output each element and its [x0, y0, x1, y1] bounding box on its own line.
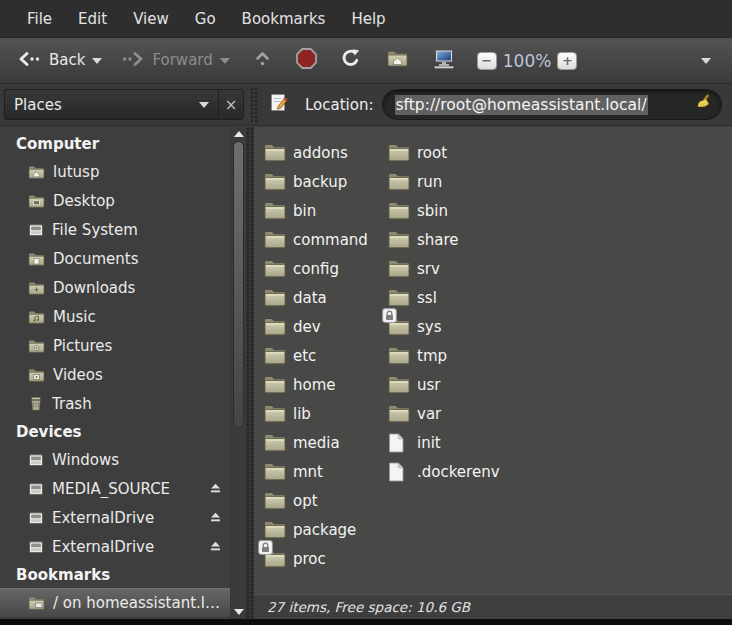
home-button[interactable] — [380, 45, 415, 76]
file-item-proc[interactable]: proc — [264, 544, 388, 573]
sidebar-item-downloads[interactable]: Downloads — [0, 273, 230, 302]
file-item-command[interactable]: command — [264, 225, 388, 254]
places-caret-icon — [199, 102, 209, 108]
file-item-sbin[interactable]: sbin — [388, 196, 732, 225]
status-text: 27 items, Free space: 10.6 GB — [267, 599, 470, 615]
eject-button[interactable] — [209, 480, 222, 498]
scroll-down-button[interactable] — [231, 606, 247, 618]
menu-item-help[interactable]: Help — [338, 1, 398, 37]
file-item-bin[interactable]: bin — [264, 196, 388, 225]
clear-address-icon[interactable] — [695, 94, 712, 115]
close-side-pane-button[interactable]: × — [218, 89, 244, 120]
file-item-media[interactable]: media — [264, 428, 388, 457]
file-item-lib[interactable]: lib — [264, 399, 388, 428]
sidebar-item-label: Trash — [52, 395, 92, 413]
sidebar-item-windows[interactable]: Windows — [0, 445, 230, 474]
home-folder-icon — [28, 165, 45, 179]
file-item-addons[interactable]: addons — [264, 138, 388, 167]
file-name: config — [293, 260, 339, 278]
file-name: sys — [417, 318, 442, 336]
folder-icon — [388, 317, 410, 336]
menu-item-view[interactable]: View — [120, 1, 182, 37]
sidebar-item-trash[interactable]: Trash — [0, 389, 230, 418]
file-item-var[interactable]: var — [388, 399, 732, 428]
sidebar-item-media-source[interactable]: MEDIA_SOURCE — [0, 474, 230, 503]
sidebar-item-videos[interactable]: Videos — [0, 360, 230, 389]
sidebar-item-externaldrive[interactable]: ExternalDrive — [0, 503, 230, 532]
computer-button[interactable] — [425, 44, 463, 78]
back-button[interactable]: Back — [10, 46, 109, 76]
file-item-run[interactable]: run — [388, 167, 732, 196]
file-item-usr[interactable]: usr — [388, 370, 732, 399]
sidebar-scrollbar-thumb[interactable] — [233, 141, 244, 429]
sidebar-item-label: ExternalDrive — [52, 538, 154, 556]
sidebar-item-externaldrive[interactable]: ExternalDrive — [0, 532, 230, 561]
pane-resize-handle[interactable] — [246, 127, 254, 619]
toolbar-overflow-button[interactable] — [694, 53, 718, 69]
folder-icon — [388, 230, 410, 249]
downloads-folder-icon — [28, 281, 45, 295]
pictures-folder-icon — [28, 339, 45, 353]
toolbar-drag-handle[interactable] — [250, 87, 259, 123]
file-item-tmp[interactable]: tmp — [388, 341, 732, 370]
file-item-share[interactable]: share — [388, 225, 732, 254]
file-name: ssl — [417, 289, 437, 307]
sidebar-item-music[interactable]: Music — [0, 302, 230, 331]
menu-item-bookmarks[interactable]: Bookmarks — [229, 1, 339, 37]
folder-icon — [264, 317, 286, 336]
up-button[interactable] — [247, 44, 278, 77]
lock-emblem-icon — [258, 540, 273, 555]
file-item-root[interactable]: root — [388, 138, 732, 167]
file-item--dockerenv[interactable]: .dockerenv — [388, 457, 732, 486]
zoom-in-button[interactable]: + — [557, 52, 577, 70]
eject-button[interactable] — [209, 538, 222, 556]
side-pane-mode-dropdown[interactable]: Places — [4, 89, 218, 120]
location-bar: Places × Location: sftp://root@homeassis… — [0, 84, 732, 126]
zoom-out-button[interactable]: − — [477, 52, 497, 70]
file-item-etc[interactable]: etc — [264, 341, 388, 370]
file-item-backup[interactable]: backup — [264, 167, 388, 196]
forward-button[interactable]: Forward — [113, 46, 236, 76]
file-item-data[interactable]: data — [264, 283, 388, 312]
file-item-config[interactable]: config — [264, 254, 388, 283]
places-sidebar: ComputerlutuspDesktopFile SystemDocument… — [0, 127, 230, 619]
menu-item-go[interactable]: Go — [182, 1, 229, 37]
file-item-srv[interactable]: srv — [388, 254, 732, 283]
scroll-up-button[interactable] — [231, 128, 247, 140]
file-item-home[interactable]: home — [264, 370, 388, 399]
file-item-mnt[interactable]: mnt — [264, 457, 388, 486]
file-item-sys[interactable]: sys — [388, 312, 732, 341]
sidebar-item-label: Windows — [52, 451, 119, 469]
menu-item-edit[interactable]: Edit — [65, 1, 120, 37]
reload-button[interactable] — [333, 43, 368, 78]
file-item-init[interactable]: init — [388, 428, 732, 457]
menu-item-file[interactable]: File — [14, 1, 65, 37]
address-input[interactable]: sftp://root@homeassistant.local/ — [382, 89, 723, 120]
sidebar-item-desktop[interactable]: Desktop — [0, 186, 230, 215]
edit-location-button[interactable] — [265, 91, 293, 119]
file-item-ssl[interactable]: ssl — [388, 283, 732, 312]
sidebar-item-pictures[interactable]: Pictures — [0, 331, 230, 360]
folder-icon — [264, 491, 286, 510]
desktop-folder-icon — [28, 194, 45, 208]
sidebar-item-file-system[interactable]: File System — [0, 215, 230, 244]
file-item-opt[interactable]: opt — [264, 486, 388, 515]
file-icon — [388, 433, 410, 452]
sidebar-item-documents[interactable]: Documents — [0, 244, 230, 273]
folder-icon — [264, 346, 286, 365]
back-label: Back — [49, 53, 85, 68]
sidebar-item-lutusp[interactable]: lutusp — [0, 157, 230, 186]
folder-icon — [264, 288, 286, 307]
file-name: home — [293, 376, 336, 394]
sidebar-item--on-homeassistant-l-[interactable]: / on homeassistant.l… — [0, 588, 230, 618]
trash-icon — [28, 396, 44, 412]
file-item-package[interactable]: package — [264, 515, 388, 544]
folder-icon — [264, 172, 286, 191]
eject-button[interactable] — [209, 509, 222, 527]
sidebar-item-label: Pictures — [53, 337, 112, 355]
sidebar-section-computer: Computer — [0, 130, 230, 157]
sidebar-scrollbar[interactable] — [230, 127, 246, 619]
file-name: backup — [293, 173, 347, 191]
file-item-dev[interactable]: dev — [264, 312, 388, 341]
stop-button[interactable] — [288, 42, 325, 79]
